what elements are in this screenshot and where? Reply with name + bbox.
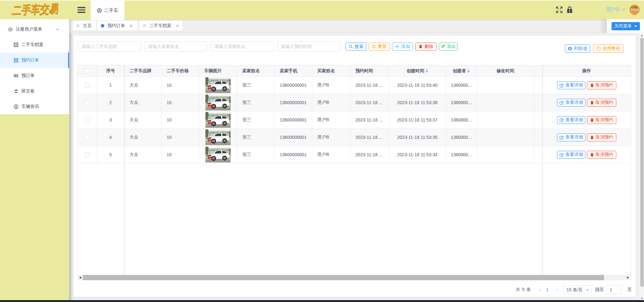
svg-text:?: ?: [598, 47, 599, 50]
